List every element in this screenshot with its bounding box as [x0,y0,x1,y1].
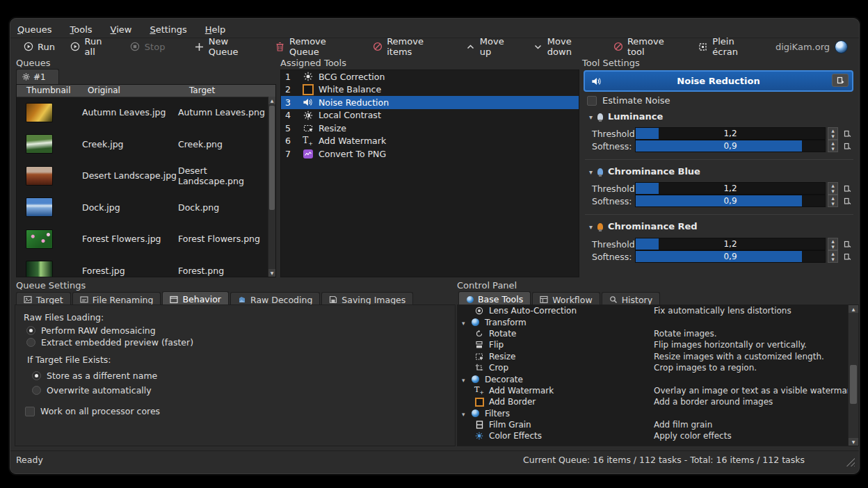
spinbox[interactable] [828,195,838,207]
menu-view[interactable]: View [111,24,132,35]
radio-extract-embedded-preview[interactable]: Extract embedded preview (faster) [26,337,193,348]
thumbnail [26,198,52,216]
spin-down-icon [828,188,837,194]
tree-item-rotate[interactable]: Rotate Rotate images. [458,328,858,339]
remove-queue-button[interactable]: Remove Queue [269,35,362,58]
spinbox[interactable] [828,140,838,152]
move-down-button[interactable]: Move down [527,35,603,58]
tree-item-film-grain[interactable]: Film Grain Add film grain [458,419,858,430]
tree-group-decorate[interactable]: Decorate [458,373,858,384]
queue-tab-1[interactable]: #1 [16,69,59,84]
column-target[interactable]: Target [186,85,218,97]
spinbox[interactable] [828,250,838,263]
threshold-slider[interactable]: 1,2 [635,127,826,140]
reset-value-icon[interactable] [844,253,851,261]
softness-slider[interactable]: 0,9 [635,140,826,152]
control-panel-scrollbar[interactable]: ▲ ▼ [848,305,858,446]
assigned-tool-resize[interactable]: 5 Resize [281,122,579,135]
thumbnail [26,135,52,153]
radio-overwrite-automatically[interactable]: Overwrite automatically [32,385,152,396]
assigned-tool-local-contrast[interactable]: 4 Local Contrast [281,109,579,122]
expander-icon[interactable] [462,375,469,384]
color-effects-icon [474,432,484,441]
table-row[interactable]: Dock.jpg Dock.png [17,192,268,224]
reset-value-icon[interactable] [844,130,851,138]
table-row[interactable]: Autumn Leaves.jpg Autumn Leaves.png [17,97,268,129]
chrominance-red-threshold-row: Threshold: 1,2 [592,238,859,250]
stop-button[interactable]: Stop [124,40,171,54]
menu-tools[interactable]: Tools [70,24,92,35]
section-chrominance-red[interactable]: Chrominance Red [589,221,698,231]
spinbox[interactable] [828,182,838,195]
tree-item-add-watermark[interactable]: T+ Add Watermark Overlay an image or tex… [458,385,858,396]
table-row[interactable]: Forest Flowers.jpg Forest Flowers.png [17,223,268,255]
assigned-tool-add-watermark[interactable]: 6 T+ Add Watermark [281,135,579,148]
spinbox[interactable] [828,238,838,250]
menu-settings[interactable]: Settings [150,24,186,35]
threshold-slider[interactable]: 1,2 [635,182,826,195]
tree-item-resize[interactable]: Resize Resize images with a customized l… [458,351,858,362]
remove-tool-button[interactable]: Remove tool [607,35,688,58]
tree-item-crop[interactable]: Crop Crop images to a region. [458,362,858,373]
reset-value-icon[interactable] [844,197,851,205]
resize-grip[interactable] [846,458,855,466]
reset-value-icon[interactable] [844,241,851,248]
scroll-up-icon[interactable]: ▲ [268,97,275,104]
section-luminance[interactable]: Luminance [589,111,663,122]
scrollbar-thumb[interactable] [850,365,857,404]
lens-auto-correction-icon [474,307,484,316]
collapse-icon[interactable] [589,111,593,122]
tree-group-transform[interactable]: Transform [458,316,858,327]
reset-defaults-button[interactable] [832,74,849,87]
menu-help[interactable]: Help [205,24,226,35]
assigned-tool-bcg-correction[interactable]: 1 BCG Correction [281,70,579,83]
collapse-icon[interactable] [589,221,593,231]
reset-value-icon[interactable] [844,143,851,150]
threshold-slider[interactable]: 1,2 [635,238,826,250]
scroll-down-icon[interactable]: ▼ [849,438,858,446]
column-original[interactable]: Original [85,85,186,97]
checkbox-work-all-cores[interactable]: Work on all processor cores [25,406,160,416]
spin-up-icon [828,251,837,257]
queue-table-scrollbar[interactable]: ▲ ▼ [268,97,275,277]
digikam-brand[interactable]: digiKam.org [775,40,852,54]
radio-store-different-name[interactable]: Store as a different name [32,371,157,381]
tree-item-add-border[interactable]: Add Border Add a border around images [458,396,858,407]
column-thumbnail[interactable]: Thumbnail [17,85,85,97]
move-up-button[interactable]: Move up [460,35,523,58]
assigned-tool-white-balance[interactable]: 2 White Balance [281,83,579,97]
if-target-file-exists-label: If Target File Exists: [27,355,111,365]
new-queue-button[interactable]: New Queue [188,35,265,58]
remove-items-button[interactable]: Remove items [367,35,456,58]
fullscreen-button[interactable]: Plein écran [693,35,767,58]
table-row[interactable]: Creek.jpg Creek.png [17,129,268,161]
scroll-down-icon[interactable]: ▼ [268,269,275,277]
table-header: Thumbnail Original Target [17,85,275,97]
tree-item-lens-auto-correction[interactable]: Lens Auto-Correction Fix automatically l… [458,305,858,316]
scroll-up-icon[interactable]: ▲ [849,305,858,313]
tree-item-flip[interactable]: Flip Flip images horizontally or vertica… [458,339,858,350]
expander-icon[interactable] [462,318,469,327]
estimate-noise-checkbox[interactable]: Estimate Noise [587,95,670,106]
tree-group-filters[interactable]: Filters [458,408,858,419]
scrollbar-thumb[interactable] [269,106,275,210]
assigned-tool-convert-to-png[interactable]: 7 Convert To PNG [281,147,579,161]
expander-icon[interactable] [462,409,469,418]
radio-perform-raw-demosaicing[interactable]: Perform RAW demosaicing [26,325,156,336]
run-all-button[interactable]: Run all [65,35,120,58]
menu-queues[interactable]: Queues [17,24,51,35]
collapse-icon[interactable] [589,166,593,177]
softness-slider[interactable]: 0,9 [635,195,826,207]
separator [585,214,853,215]
assigned-tool-noise-reduction[interactable]: 3 Noise Reduction [281,96,579,109]
section-chrominance-blue[interactable]: Chrominance Blue [589,166,700,177]
table-row[interactable]: Desert Landscape.jpg Desert Landscape.pn… [17,160,268,192]
softness-slider[interactable]: 0,9 [635,250,826,263]
table-row[interactable]: Forest.jpg Forest.png [17,255,268,278]
chrominance-blue-threshold-row: Threshold: 1,2 [592,183,859,194]
tree-item-color-effects[interactable]: Color Effects Apply color effects [458,430,858,441]
spinbox[interactable] [828,127,838,140]
reset-value-icon[interactable] [844,185,851,193]
run-button[interactable]: Run [17,40,61,54]
spin-down-icon [828,244,837,250]
